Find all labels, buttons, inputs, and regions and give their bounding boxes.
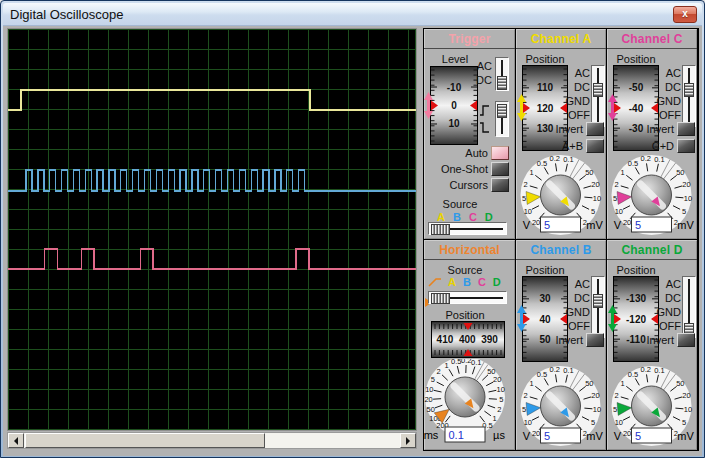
close-icon: x	[682, 9, 688, 19]
svg-text:5: 5	[613, 194, 617, 203]
svg-text:0.1: 0.1	[471, 359, 481, 367]
channel-d-coupling-labels: ACDCGNDOFF	[657, 277, 681, 333]
svg-text:5: 5	[635, 219, 641, 231]
one-shot-button[interactable]	[491, 162, 509, 176]
svg-text:V: V	[614, 219, 622, 231]
scrollbar-thumb[interactable]	[25, 433, 265, 448]
svg-text:0.5: 0.5	[537, 370, 547, 379]
auto-button[interactable]	[491, 146, 509, 160]
channel-d-coupling-switch[interactable]	[682, 276, 696, 338]
svg-text:2: 2	[437, 367, 441, 376]
svg-text:20: 20	[532, 429, 540, 438]
channel-c-panel: Channel C Position -50-40-30 ACDCGNDOFF …	[607, 29, 697, 239]
coupling-option-dc: DC	[657, 291, 681, 305]
channel-b-invert-button[interactable]	[586, 333, 604, 347]
svg-text:µs: µs	[493, 429, 505, 441]
svg-text:5: 5	[591, 418, 595, 427]
switch-handle[interactable]	[497, 104, 507, 118]
svg-text:V: V	[614, 430, 622, 442]
trigger-coupling-switch[interactable]	[495, 57, 509, 91]
channel-d-gain-knob[interactable]: 20105210.50.20.150201052VmV5	[607, 364, 696, 449]
svg-text:0.5: 0.5	[451, 359, 461, 366]
channel-a-coupling-switch[interactable]	[591, 65, 605, 127]
channel-b-position-scale[interactable]: 304050	[522, 276, 568, 362]
titlebar[interactable]: Digital Oscilloscope x	[3, 3, 702, 26]
channel-c-coupling-switch[interactable]	[682, 65, 696, 127]
scroll-right-button[interactable]	[400, 433, 416, 448]
svg-text:-110: -110	[626, 334, 646, 345]
invert-label: Invert	[646, 334, 674, 346]
close-button[interactable]: x	[673, 6, 697, 23]
channel-d-position-scale[interactable]: -130-120-110	[613, 276, 659, 362]
channel-d-invert-button[interactable]	[677, 333, 695, 347]
slider-handle[interactable]	[431, 224, 450, 235]
trigger-source-slider[interactable]	[428, 222, 507, 235]
switch-handle[interactable]	[497, 76, 507, 90]
source-channel-d-label: D	[493, 276, 501, 288]
svg-text:0.2: 0.2	[641, 154, 651, 163]
horizontal-position-scale[interactable]: 410400390	[431, 321, 505, 358]
channel-b-coupling-switch[interactable]	[591, 276, 605, 338]
switch-handle[interactable]	[593, 83, 603, 97]
coupling-option-gnd: GND	[566, 305, 590, 319]
svg-text:5: 5	[522, 405, 526, 414]
svg-text:400: 400	[459, 334, 476, 345]
svg-text:10: 10	[615, 207, 623, 216]
coupling-option-ac: AC	[476, 59, 492, 73]
svg-text:5: 5	[522, 194, 526, 203]
channel-b-gain-knob[interactable]: 20105210.50.20.150201052VmV5	[516, 364, 605, 449]
svg-text:mV: mV	[586, 430, 603, 442]
trigger-level-scale[interactable]: -10010	[430, 66, 478, 145]
horizontal-scrollbar[interactable]	[7, 432, 417, 449]
channel-b-position-arrow-icon	[517, 305, 526, 336]
channel-a-sum-button[interactable]	[586, 139, 604, 153]
coupling-option-dc: DC	[657, 80, 681, 94]
svg-text:50: 50	[427, 405, 435, 414]
svg-text:-120: -120	[626, 314, 646, 325]
svg-text:5: 5	[544, 430, 550, 442]
svg-text:5: 5	[499, 395, 503, 404]
scroll-left-button[interactable]	[8, 433, 24, 448]
svg-text:110: 110	[537, 82, 554, 93]
svg-text:50: 50	[585, 379, 593, 388]
svg-text:ms: ms	[424, 429, 439, 441]
invert-label: Invert	[646, 123, 674, 135]
channel-c-invert-button[interactable]	[677, 122, 695, 136]
switch-handle[interactable]	[684, 83, 694, 97]
coupling-option-ac: AC	[657, 277, 681, 291]
horizontal-timebase-knob[interactable]: 2001005020105210.50.20.15020105210.5msµs…	[424, 359, 514, 449]
svg-text:10: 10	[684, 194, 692, 203]
horizontal-source-row: ABCD	[428, 276, 501, 288]
trigger-edge-switch[interactable]	[495, 101, 509, 137]
svg-text:2: 2	[497, 405, 501, 414]
svg-text:0.1: 0.1	[563, 155, 573, 164]
svg-text:0.1: 0.1	[449, 429, 464, 441]
switch-handle[interactable]	[593, 294, 603, 308]
svg-text:50: 50	[676, 168, 684, 177]
control-panels: Trigger Level -10010 ACDC A	[423, 28, 699, 451]
horizontal-source-slider[interactable]	[428, 291, 507, 304]
channel-c-sum-button[interactable]	[677, 139, 695, 153]
cursors-button[interactable]	[491, 178, 509, 192]
coupling-option-dc: DC	[476, 73, 492, 87]
trigger-panel: Trigger Level -10010 ACDC A	[424, 29, 515, 239]
svg-text:0.5: 0.5	[628, 370, 638, 379]
slider-handle[interactable]	[431, 293, 450, 304]
position-label: Position	[516, 53, 574, 65]
svg-text:V: V	[523, 219, 531, 231]
svg-text:0.1: 0.1	[654, 366, 664, 375]
channel-c-gain-knob[interactable]: 20105210.50.20.150201052VmV5	[607, 153, 696, 238]
svg-text:1: 1	[621, 168, 625, 177]
coupling-option-gnd: GND	[566, 94, 590, 108]
channel-a-invert-button[interactable]	[586, 122, 604, 136]
svg-text:V: V	[523, 430, 531, 442]
channel-d-position-arrow-icon	[608, 305, 617, 336]
svg-text:5: 5	[613, 405, 617, 414]
channel-a-gain-knob[interactable]: 20105210.50.20.150201052VmV5	[516, 153, 605, 238]
svg-text:20: 20	[682, 180, 690, 189]
svg-text:-30: -30	[629, 123, 644, 134]
scroll-left-icon	[10, 437, 18, 445]
svg-text:5: 5	[431, 375, 435, 384]
svg-text:0.1: 0.1	[563, 366, 573, 375]
coupling-option-dc: DC	[566, 291, 590, 305]
